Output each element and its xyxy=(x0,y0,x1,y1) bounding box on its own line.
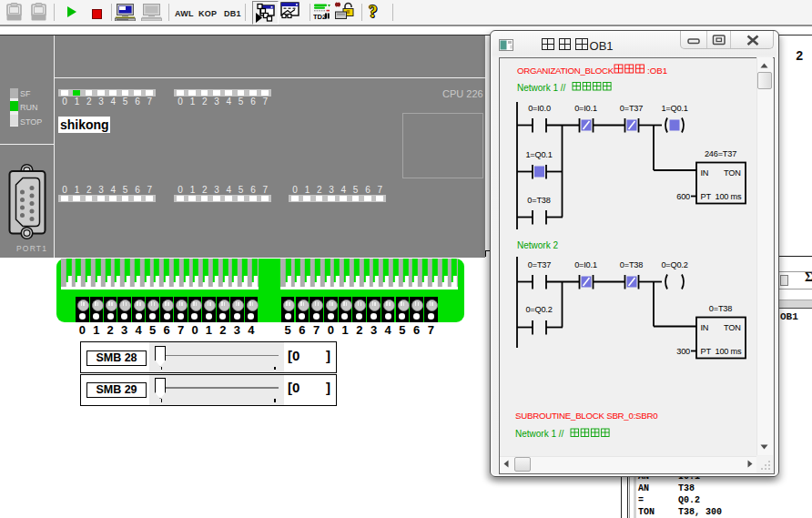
svg-text:Network 1 //: Network 1 // xyxy=(515,429,564,439)
svg-text:600: 600 xyxy=(676,192,690,201)
svg-text:Network 1 //: Network 1 // xyxy=(517,83,566,93)
svg-text:TON: TON xyxy=(724,323,741,332)
svg-text:SUBROUTINE_BLOCK SBR_0:SBR0: SUBROUTINE_BLOCK SBR_0:SBR0 xyxy=(515,411,658,421)
svg-text:0=Q0.2: 0=Q0.2 xyxy=(661,260,687,269)
svg-text:1=Q0.1: 1=Q0.1 xyxy=(661,104,687,113)
svg-text:1=Q0.1: 1=Q0.1 xyxy=(525,150,552,159)
svg-text:0=I0.1: 0=I0.1 xyxy=(574,104,597,113)
svg-text:100 ms: 100 ms xyxy=(716,347,743,356)
svg-text:TD2: TD2 xyxy=(313,13,326,21)
svg-text:0=T38: 0=T38 xyxy=(527,196,550,205)
svg-text:100 ms: 100 ms xyxy=(716,192,743,201)
svg-text:PT: PT xyxy=(701,347,712,356)
svg-text:300: 300 xyxy=(676,347,690,356)
svg-text:IN: IN xyxy=(701,168,709,178)
svg-text:ORGANIZATION_BLOCK: ORGANIZATION_BLOCK xyxy=(517,66,614,76)
svg-text:IN: IN xyxy=(701,323,709,332)
svg-text:0=T37: 0=T37 xyxy=(528,260,551,269)
svg-text:0=T38: 0=T38 xyxy=(709,304,732,313)
svg-text::OB1: :OB1 xyxy=(647,66,667,76)
svg-text:Network 2: Network 2 xyxy=(517,240,558,250)
svg-text:0=I0.0: 0=I0.0 xyxy=(528,104,551,113)
svg-text:246=T37: 246=T37 xyxy=(705,149,736,158)
svg-text:0=Q0.2: 0=Q0.2 xyxy=(525,305,552,314)
svg-text:0=T37: 0=T37 xyxy=(620,104,643,113)
svg-text:PT: PT xyxy=(701,192,712,201)
svg-text:TON: TON xyxy=(724,168,741,178)
svg-text:0=I0.1: 0=I0.1 xyxy=(574,260,597,269)
svg-text:0=T38: 0=T38 xyxy=(620,260,643,269)
